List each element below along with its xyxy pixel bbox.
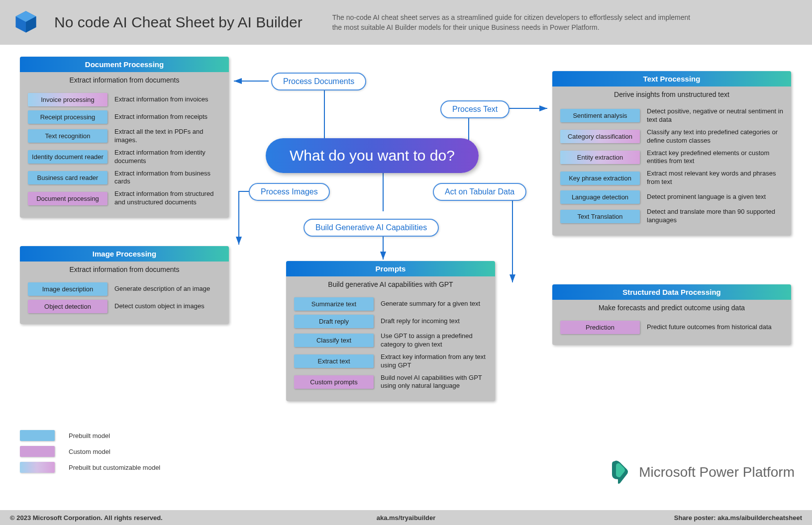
model-row: Sentiment analysisDetect positive, negat… <box>560 107 783 124</box>
model-row: Key phrase extractionExtract most releva… <box>560 170 783 186</box>
footer-copyright: © 2023 Microsoft Corporation. All rights… <box>10 514 163 522</box>
model-row: Text recognitionExtract all the text in … <box>28 128 221 145</box>
panel-body: PredictionPredict future outcomes from h… <box>552 315 791 345</box>
panel-subtitle: Extract information from documents <box>20 262 229 276</box>
brand-text: Microsoft Power Platform <box>639 464 795 480</box>
legend-custom: Custom model <box>20 446 160 457</box>
model-chip[interactable]: Invoice processing <box>28 93 107 106</box>
model-row: Custom promptsBuild novel AI capabilitie… <box>294 374 487 391</box>
legend-prebuilt: Prebuilt model <box>20 430 160 441</box>
model-row: Category classificationClassify any text… <box>560 128 783 145</box>
model-row: Receipt processingExtract information fr… <box>28 110 221 124</box>
legend-label: Custom model <box>69 448 110 455</box>
model-row: Summarize textGenerate summary for a giv… <box>294 297 487 311</box>
model-row: PredictionPredict future outcomes from h… <box>560 321 783 334</box>
model-row: Business card readerExtract information … <box>28 170 221 186</box>
model-description: Extract most relevant key words and phra… <box>647 170 783 186</box>
model-chip[interactable]: Text recognition <box>28 129 107 143</box>
model-chip[interactable]: Language detection <box>560 190 640 204</box>
model-description: Detect custom object in images <box>114 302 204 311</box>
model-chip[interactable]: Prediction <box>560 321 640 334</box>
model-chip[interactable]: Object detection <box>28 300 107 313</box>
model-chip[interactable]: Custom prompts <box>294 375 374 389</box>
panel-header: Prompts <box>286 261 495 276</box>
action-generative-ai[interactable]: Build Generative AI Capabilities <box>304 219 439 237</box>
page-subtitle: The no-code AI cheat sheet serves as a s… <box>332 12 701 33</box>
model-description: Extract information from invoices <box>114 95 208 104</box>
panel-document-processing: Document Processing Extract information … <box>20 57 229 218</box>
legend-swatch-mixed <box>20 462 55 473</box>
panel-header: Image Processing <box>20 246 229 262</box>
model-chip[interactable]: Entity extraction <box>560 151 640 164</box>
model-chip[interactable]: Receipt processing <box>28 110 107 124</box>
footer-link-share[interactable]: Share poster: aka.ms/aibuildercheatsheet <box>674 514 802 522</box>
model-description: Generate summary for a given text <box>381 300 480 308</box>
legend-swatch-custom <box>20 446 55 457</box>
model-description: Extract information from receipts <box>114 113 207 121</box>
action-process-documents[interactable]: Process Documents <box>271 73 366 90</box>
model-description: Generate description of an image <box>114 285 210 293</box>
model-chip[interactable]: Text Translation <box>560 210 640 223</box>
panel-header: Document Processing <box>20 57 229 72</box>
footer-bar: © 2023 Microsoft Corporation. All rights… <box>0 510 812 525</box>
model-chip[interactable]: Draft reply <box>294 315 374 328</box>
cube-icon <box>12 9 39 36</box>
panel-subtitle: Derive insights from unstructured text <box>552 87 791 101</box>
brand-footer: Microsoft Power Platform <box>609 459 795 485</box>
model-chip[interactable]: Document processing <box>28 192 107 205</box>
central-question-text: What do you want to do? <box>290 147 455 164</box>
model-chip[interactable]: Sentiment analysis <box>560 109 640 122</box>
model-chip[interactable]: Business card reader <box>28 171 107 184</box>
legend-label: Prebuilt but customizable model <box>69 464 160 471</box>
model-row: Invoice processingExtract information fr… <box>28 93 221 106</box>
model-row: Document processingExtract information f… <box>28 190 221 207</box>
legend-mixed: Prebuilt but customizable model <box>20 462 160 473</box>
model-chip[interactable]: Classify text <box>294 334 374 347</box>
footer-link-try[interactable]: aka.ms/tryaibuilder <box>377 514 436 522</box>
model-description: Extract information from business cards <box>114 170 221 186</box>
panel-body: Image descriptionGenerate description of… <box>20 276 229 324</box>
power-platform-icon <box>609 459 630 485</box>
model-description: Detect prominent language is a given tex… <box>647 193 766 201</box>
page-title: No code AI Cheat Sheet by AI Builder <box>54 14 303 31</box>
legend-label: Prebuilt model <box>69 432 110 439</box>
model-chip[interactable]: Category classification <box>560 130 640 143</box>
model-description: Extract information from structured and … <box>114 190 221 207</box>
header-bar: No code AI Cheat Sheet by AI Builder The… <box>0 0 812 45</box>
action-process-text[interactable]: Process Text <box>440 100 509 118</box>
model-row: Classify textUse GPT to assign a predefi… <box>294 332 487 349</box>
model-row: Image descriptionGenerate description of… <box>28 282 221 296</box>
model-row: Extract textExtract key information from… <box>294 353 487 370</box>
panel-image-processing: Image Processing Extract information fro… <box>20 246 229 324</box>
panel-subtitle: Extract information from documents <box>20 72 229 87</box>
model-row: Draft replyDraft reply for incoming text <box>294 315 487 328</box>
model-description: Use GPT to assign a predefined category … <box>381 332 487 349</box>
model-chip[interactable]: Summarize text <box>294 297 374 311</box>
model-row: Identity document readerExtract informat… <box>28 149 221 166</box>
model-description: Build novel AI capabilities with GPT usi… <box>381 374 487 391</box>
panel-body: Summarize textGenerate summary for a giv… <box>286 291 495 401</box>
model-row: Language detectionDetect prominent langu… <box>560 190 783 204</box>
model-chip[interactable]: Key phrase extraction <box>560 172 640 185</box>
diagram-canvas: What do you want to do? Process Document… <box>0 45 812 510</box>
panel-subtitle: Make forecasts and predict outcome using… <box>552 300 791 315</box>
panel-body: Invoice processingExtract information fr… <box>20 87 229 218</box>
model-chip[interactable]: Image description <box>28 282 107 296</box>
panel-text-processing: Text Processing Derive insights from uns… <box>552 71 791 236</box>
panel-prompts: Prompts Build generative AI capabilities… <box>286 261 495 401</box>
model-chip[interactable]: Extract text <box>294 354 374 368</box>
legend-swatch-prebuilt <box>20 430 55 441</box>
model-description: Extract key predefined elements or custo… <box>647 149 783 166</box>
model-chip[interactable]: Identity document reader <box>28 150 107 164</box>
model-row: Object detectionDetect custom object in … <box>28 300 221 313</box>
action-process-images[interactable]: Process Images <box>249 183 330 201</box>
panel-header: Structured Data Processing <box>552 284 791 300</box>
legend: Prebuilt model Custom model Prebuilt but… <box>20 425 160 478</box>
model-description: Predict future outcomes from historical … <box>647 323 772 332</box>
panel-structured-data: Structured Data Processing Make forecast… <box>552 284 791 345</box>
action-tabular-data[interactable]: Act on Tabular Data <box>433 183 526 201</box>
model-row: Entity extractionExtract key predefined … <box>560 149 783 166</box>
model-description: Draft reply for incoming text <box>381 317 460 326</box>
panel-subtitle: Build generative AI capabilities with GP… <box>286 276 495 291</box>
model-description: Detect and translate more than 90 suppor… <box>647 208 783 225</box>
